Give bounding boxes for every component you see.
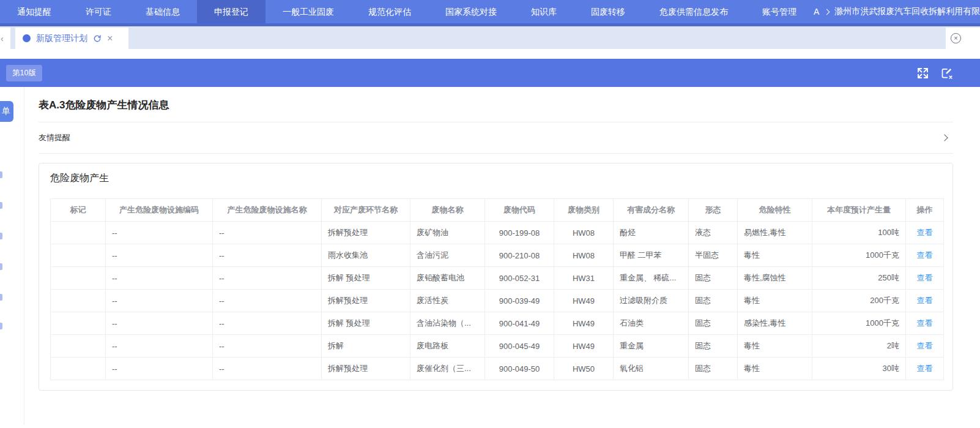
reminder-collapse-row[interactable]: 友情提醒 (39, 122, 953, 154)
view-link[interactable]: 查看 (917, 296, 933, 305)
cell-waste-category: HW08 (554, 244, 614, 267)
col-hazard: 危险特性 (738, 199, 812, 222)
cell-components: 过滤吸附介质 (614, 290, 689, 312)
tab-active-dot-icon (23, 34, 31, 42)
breadcrumb-prefix[interactable]: A (814, 7, 819, 17)
nav-item-5[interactable]: 规范化评估 (351, 0, 428, 23)
cell-waste-category: HW31 (554, 267, 614, 290)
cell-form: 半固态 (689, 244, 738, 267)
nav-item-6[interactable]: 国家系统对接 (428, 0, 514, 23)
sidebar-item-fragment (0, 263, 2, 270)
nav-item-1[interactable]: 许可证 (69, 0, 128, 23)
cell-form: 固态 (689, 290, 738, 312)
table-row: ----拆解 预处理含油沾染物（...900-041-49HW49石油类固态感染… (51, 312, 944, 335)
nav-item-9[interactable]: 危废供需信息发布 (642, 0, 745, 23)
refresh-icon[interactable] (93, 34, 102, 43)
cell-waste-name: 废矿物油 (410, 222, 485, 244)
cell-facility-name: -- (213, 290, 322, 312)
cell-process-name: 雨水收集池 (322, 244, 410, 267)
cell-amount: 250吨 (812, 267, 906, 290)
top-nav: 通知提醒许可证基础信息申报登记一般工业固废规范化评估国家系统对接知识库固废转移危… (0, 0, 980, 23)
tab-label: 新版管理计划 (36, 33, 87, 44)
waste-table: 标记产生危险废物设施编码产生危险废物设施名称对应产废环节名称废物名称废物代码废物… (50, 198, 944, 380)
col-action: 操作 (906, 199, 944, 222)
cell-waste-name: 废铅酸蓄电池 (410, 267, 485, 290)
cell-action: 查看 (906, 267, 944, 290)
cell-amount: 200千克 (812, 290, 906, 312)
cell-amount: 30吨 (812, 358, 906, 380)
cell-amount: 1000千克 (812, 244, 906, 267)
tab-management-plan[interactable]: 新版管理计划 × (15, 28, 128, 49)
nav-item-7[interactable]: 知识库 (514, 0, 574, 23)
page-title: 表A.3危险废物产生情况信息 (39, 87, 953, 112)
tab-close-icon[interactable]: × (107, 34, 113, 43)
col-amount: 本年度预计产生量 (812, 199, 906, 222)
cell-amount: 1000千克 (812, 312, 906, 335)
cell-form: 固态 (689, 267, 738, 290)
table-row: ----拆解预处理废催化剂（三...900-049-50HW50氧化铝固态毒性3… (51, 358, 944, 380)
col-components: 有害成分名称 (614, 199, 689, 222)
left-rail: 单 (0, 87, 24, 425)
cell-components: 甲醛 二甲苯 (614, 244, 689, 267)
nav-shade-strip (0, 23, 980, 26)
nav-item-4[interactable]: 一般工业固废 (265, 0, 351, 23)
view-link[interactable]: 查看 (917, 228, 933, 237)
table-row: ----雨水收集池含油污泥900-210-08HW08甲醛 二甲苯半固态毒性10… (51, 244, 944, 267)
view-link[interactable]: 查看 (917, 273, 933, 282)
cell-mark (51, 222, 106, 244)
cell-waste-code: 900-039-49 (485, 290, 554, 312)
menu-toggle-button[interactable]: 单 (0, 101, 13, 122)
view-link[interactable]: 查看 (917, 250, 933, 260)
fullscreen-expand-icon[interactable] (916, 67, 929, 80)
sidebar-item-fragment (0, 294, 2, 301)
cell-facility-code: -- (106, 290, 213, 312)
cell-facility-code: -- (106, 335, 213, 358)
version-badge[interactable]: 第10版 (6, 65, 42, 81)
tab-tools[interactable]: × (946, 28, 980, 49)
cell-facility-name: -- (213, 335, 322, 358)
cell-waste-category: HW50 (554, 358, 614, 380)
tab-scroll-left-button[interactable]: ‹ (0, 28, 10, 49)
nav-item-8[interactable]: 固废转移 (574, 0, 642, 23)
cell-form: 固态 (689, 335, 738, 358)
cell-waste-name: 废活性炭 (410, 290, 485, 312)
view-link[interactable]: 查看 (917, 318, 933, 328)
cell-waste-code: 900-199-08 (485, 222, 554, 244)
cell-facility-code: -- (106, 244, 213, 267)
cell-waste-category: HW49 (554, 312, 614, 335)
cell-hazard: 易燃性,毒性 (738, 222, 812, 244)
col-mark: 标记 (51, 199, 106, 222)
cell-process-name: 拆解预处理 (322, 358, 410, 380)
cell-components: 重金属 (614, 335, 689, 358)
cell-components: 石油类 (614, 312, 689, 335)
reminder-label: 友情提醒 (39, 132, 70, 143)
sidebar-item-fragment (0, 202, 2, 209)
cell-mark (51, 335, 106, 358)
nav-item-0[interactable]: 通知提醒 (0, 0, 69, 23)
view-link[interactable]: 查看 (917, 364, 933, 373)
cell-waste-code: 900-052-31 (485, 267, 554, 290)
version-bar: 第10版 (0, 59, 980, 87)
waste-generation-card: 危险废物产生 标记产生危险废物设施编码产生危险废物设施名称对应产废环节名称废物名… (39, 163, 953, 391)
table-row: ----拆解 预处理废铅酸蓄电池900-052-31HW31重金属、 稀硫...… (51, 267, 944, 290)
cell-waste-name: 废电路板 (410, 335, 485, 358)
cell-mark (51, 358, 106, 380)
cell-mark (51, 244, 106, 267)
cell-hazard: 毒性 (738, 335, 812, 358)
cell-form: 固态 (689, 312, 738, 335)
view-link[interactable]: 查看 (917, 341, 933, 350)
cell-action: 查看 (906, 222, 944, 244)
close-all-tabs-icon[interactable]: × (951, 33, 961, 43)
table-row: ----拆解预处理废活性炭900-039-49HW49过滤吸附介质固态毒性200… (51, 290, 944, 312)
edit-cancel-icon[interactable] (940, 67, 953, 80)
tab-bar: ‹ 新版管理计划 × × (0, 23, 980, 49)
nav-item-10[interactable]: 账号管理 (745, 0, 814, 23)
section-title: 危险废物产生 (50, 172, 941, 185)
table-row: ----拆解预处理废矿物油900-199-08HW08酚烃液态易燃性,毒性100… (51, 222, 944, 244)
nav-menu: 通知提醒许可证基础信息申报登记一般工业固废规范化评估国家系统对接知识库固废转移危… (0, 0, 814, 23)
nav-item-3[interactable]: 申报登记 (197, 0, 265, 26)
cell-process-name: 拆解预处理 (322, 222, 410, 244)
nav-item-2[interactable]: 基础信息 (128, 0, 197, 23)
cell-components: 重金属、 稀硫... (614, 267, 689, 290)
sidebar-item-fragment (0, 171, 2, 178)
